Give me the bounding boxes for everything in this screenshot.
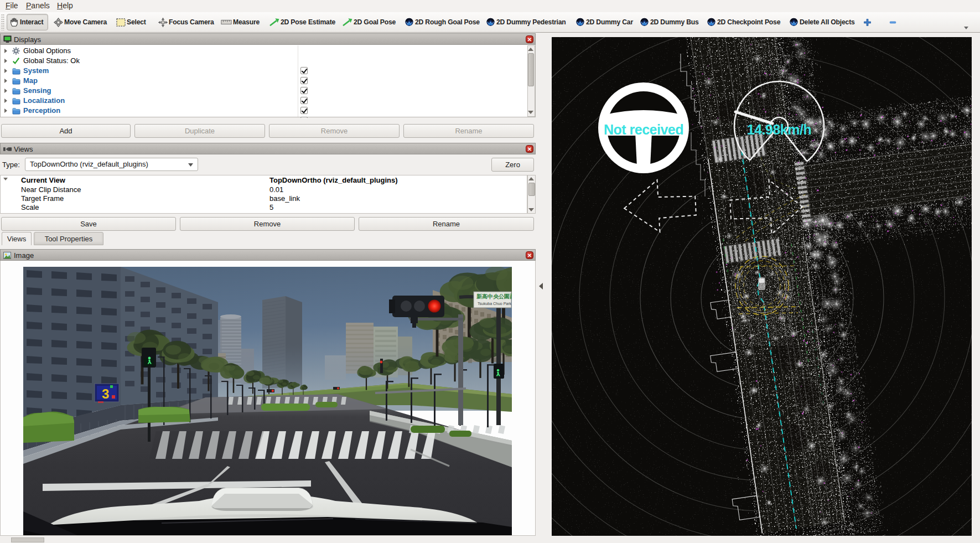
svg-text:Not received: Not received [604,122,683,137]
svg-text:Tsukuba Chuo Park W: Tsukuba Chuo Park W [478,302,512,306]
svg-text:14.98km/h: 14.98km/h [747,122,811,137]
svg-text:新高中央公園西: 新高中央公園西 [476,293,512,299]
svg-text:3: 3 [102,386,109,401]
